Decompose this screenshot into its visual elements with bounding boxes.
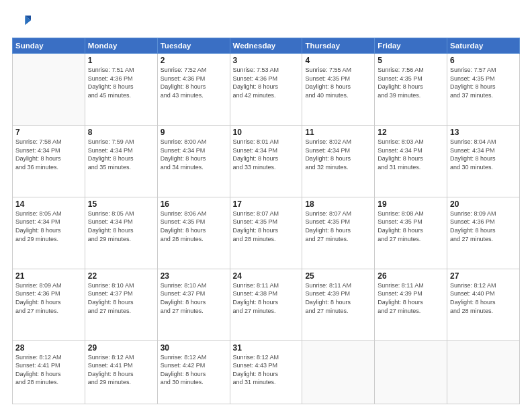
calendar-cell: 24Sunrise: 8:11 AM Sunset: 4:38 PM Dayli… (230, 269, 302, 340)
calendar-cell: 4Sunrise: 7:55 AM Sunset: 4:35 PM Daylig… (302, 54, 375, 126)
day-info: Sunrise: 8:12 AM Sunset: 4:43 PM Dayligh… (233, 353, 300, 387)
day-number: 20 (450, 199, 517, 209)
calendar-cell: 1Sunrise: 7:51 AM Sunset: 4:36 PM Daylig… (85, 54, 157, 126)
day-info: Sunrise: 7:52 AM Sunset: 4:36 PM Dayligh… (161, 66, 227, 99)
day-info: Sunrise: 8:05 AM Sunset: 4:34 PM Dayligh… (88, 210, 154, 243)
day-info: Sunrise: 8:09 AM Sunset: 4:36 PM Dayligh… (15, 281, 82, 315)
day-number: 9 (161, 128, 227, 137)
calendar-cell: 31Sunrise: 8:12 AM Sunset: 4:43 PM Dayli… (230, 340, 302, 404)
calendar-cell: 27Sunrise: 8:12 AM Sunset: 4:40 PM Dayli… (447, 269, 520, 340)
day-info: Sunrise: 8:12 AM Sunset: 4:41 PM Dayligh… (15, 353, 82, 387)
day-info: Sunrise: 8:12 AM Sunset: 4:42 PM Dayligh… (161, 353, 227, 387)
day-number: 15 (88, 199, 154, 209)
day-number: 30 (161, 343, 227, 353)
day-number: 8 (88, 128, 154, 137)
day-info: Sunrise: 8:05 AM Sunset: 4:34 PM Dayligh… (15, 210, 82, 243)
day-number: 18 (305, 199, 371, 209)
day-number: 5 (378, 56, 444, 65)
day-info: Sunrise: 8:07 AM Sunset: 4:35 PM Dayligh… (305, 210, 371, 243)
calendar-cell: 2Sunrise: 7:52 AM Sunset: 4:36 PM Daylig… (157, 54, 230, 126)
day-number: 24 (233, 271, 300, 281)
calendar-cell: 14Sunrise: 8:05 AM Sunset: 4:34 PM Dayli… (13, 197, 85, 269)
calendar-cell: 15Sunrise: 8:05 AM Sunset: 4:34 PM Dayli… (85, 197, 157, 269)
header (12, 12, 520, 31)
calendar-week-5: 28Sunrise: 8:12 AM Sunset: 4:41 PM Dayli… (13, 340, 520, 404)
day-info: Sunrise: 8:07 AM Sunset: 4:35 PM Dayligh… (233, 210, 300, 243)
day-info: Sunrise: 7:59 AM Sunset: 4:34 PM Dayligh… (88, 138, 154, 171)
day-number: 7 (15, 128, 82, 137)
calendar-cell: 26Sunrise: 8:11 AM Sunset: 4:39 PM Dayli… (375, 269, 447, 340)
calendar-cell: 23Sunrise: 8:10 AM Sunset: 4:37 PM Dayli… (157, 269, 230, 340)
day-number: 17 (233, 199, 300, 209)
calendar-cell: 12Sunrise: 8:03 AM Sunset: 4:34 PM Dayli… (375, 125, 447, 197)
day-number: 2 (161, 56, 227, 65)
day-info: Sunrise: 7:56 AM Sunset: 4:35 PM Dayligh… (378, 66, 444, 99)
calendar-week-1: 1Sunrise: 7:51 AM Sunset: 4:36 PM Daylig… (13, 54, 520, 126)
calendar-cell: 20Sunrise: 8:09 AM Sunset: 4:36 PM Dayli… (447, 197, 520, 269)
calendar-cell (302, 340, 375, 404)
day-info: Sunrise: 8:08 AM Sunset: 4:35 PM Dayligh… (378, 210, 444, 243)
day-info: Sunrise: 8:11 AM Sunset: 4:39 PM Dayligh… (378, 281, 444, 315)
calendar-cell: 22Sunrise: 8:10 AM Sunset: 4:37 PM Dayli… (85, 269, 157, 340)
day-info: Sunrise: 7:57 AM Sunset: 4:35 PM Dayligh… (450, 66, 517, 99)
page-container: SundayMondayTuesdayWednesdayThursdayFrid… (0, 0, 532, 411)
day-info: Sunrise: 8:01 AM Sunset: 4:34 PM Dayligh… (233, 138, 300, 171)
calendar-week-2: 7Sunrise: 7:58 AM Sunset: 4:34 PM Daylig… (13, 125, 520, 197)
calendar-cell (447, 340, 520, 404)
day-number: 23 (161, 271, 227, 281)
weekday-header-thursday: Thursday (302, 38, 375, 54)
calendar-cell (13, 54, 85, 126)
calendar-cell: 3Sunrise: 7:53 AM Sunset: 4:36 PM Daylig… (230, 54, 302, 126)
calendar-cell: 5Sunrise: 7:56 AM Sunset: 4:35 PM Daylig… (375, 54, 447, 126)
weekday-header-sunday: Sunday (13, 38, 85, 54)
calendar-cell: 6Sunrise: 7:57 AM Sunset: 4:35 PM Daylig… (447, 54, 520, 126)
calendar-cell: 30Sunrise: 8:12 AM Sunset: 4:42 PM Dayli… (157, 340, 230, 404)
calendar-cell: 10Sunrise: 8:01 AM Sunset: 4:34 PM Dayli… (230, 125, 302, 197)
calendar-cell: 18Sunrise: 8:07 AM Sunset: 4:35 PM Dayli… (302, 197, 375, 269)
calendar-cell: 28Sunrise: 8:12 AM Sunset: 4:41 PM Dayli… (13, 340, 85, 404)
day-number: 28 (15, 343, 82, 353)
day-number: 3 (233, 56, 300, 65)
day-number: 6 (450, 56, 517, 65)
calendar-cell: 17Sunrise: 8:07 AM Sunset: 4:35 PM Dayli… (230, 197, 302, 269)
weekday-header-saturday: Saturday (447, 38, 520, 54)
day-number: 25 (305, 271, 371, 281)
calendar-cell: 16Sunrise: 8:06 AM Sunset: 4:35 PM Dayli… (157, 197, 230, 269)
day-number: 29 (88, 343, 154, 353)
day-info: Sunrise: 8:03 AM Sunset: 4:34 PM Dayligh… (378, 138, 444, 171)
calendar-cell: 29Sunrise: 8:12 AM Sunset: 4:41 PM Dayli… (85, 340, 157, 404)
day-number: 19 (378, 199, 444, 209)
calendar-cell: 9Sunrise: 8:00 AM Sunset: 4:34 PM Daylig… (157, 125, 230, 197)
weekday-header-friday: Friday (375, 38, 447, 54)
calendar-week-3: 14Sunrise: 8:05 AM Sunset: 4:34 PM Dayli… (13, 197, 520, 269)
day-info: Sunrise: 7:58 AM Sunset: 4:34 PM Dayligh… (15, 138, 82, 171)
weekday-header-monday: Monday (85, 38, 157, 54)
calendar-cell: 11Sunrise: 8:02 AM Sunset: 4:34 PM Dayli… (302, 125, 375, 197)
calendar-cell (375, 340, 447, 404)
logo-icon (12, 12, 31, 31)
day-info: Sunrise: 7:51 AM Sunset: 4:36 PM Dayligh… (88, 66, 154, 99)
day-info: Sunrise: 8:02 AM Sunset: 4:34 PM Dayligh… (305, 138, 371, 171)
day-info: Sunrise: 8:12 AM Sunset: 4:40 PM Dayligh… (450, 281, 517, 315)
day-number: 4 (305, 56, 371, 65)
day-number: 31 (233, 343, 300, 353)
logo (12, 12, 32, 31)
calendar-table: SundayMondayTuesdayWednesdayThursdayFrid… (12, 38, 520, 404)
day-info: Sunrise: 8:12 AM Sunset: 4:41 PM Dayligh… (88, 353, 154, 387)
calendar-cell: 19Sunrise: 8:08 AM Sunset: 4:35 PM Dayli… (375, 197, 447, 269)
calendar-cell: 13Sunrise: 8:04 AM Sunset: 4:34 PM Dayli… (447, 125, 520, 197)
day-number: 13 (450, 128, 517, 137)
day-info: Sunrise: 8:06 AM Sunset: 4:35 PM Dayligh… (161, 210, 227, 243)
day-info: Sunrise: 8:10 AM Sunset: 4:37 PM Dayligh… (88, 281, 154, 315)
weekday-header-tuesday: Tuesday (157, 38, 230, 54)
day-info: Sunrise: 8:09 AM Sunset: 4:36 PM Dayligh… (450, 210, 517, 243)
day-info: Sunrise: 8:11 AM Sunset: 4:39 PM Dayligh… (305, 281, 371, 315)
day-number: 10 (233, 128, 300, 137)
calendar-cell: 25Sunrise: 8:11 AM Sunset: 4:39 PM Dayli… (302, 269, 375, 340)
day-info: Sunrise: 8:04 AM Sunset: 4:34 PM Dayligh… (450, 138, 517, 171)
calendar-cell: 21Sunrise: 8:09 AM Sunset: 4:36 PM Dayli… (13, 269, 85, 340)
weekday-header-row: SundayMondayTuesdayWednesdayThursdayFrid… (13, 38, 520, 54)
day-info: Sunrise: 7:55 AM Sunset: 4:35 PM Dayligh… (305, 66, 371, 99)
day-number: 1 (88, 56, 154, 65)
day-number: 14 (15, 199, 82, 209)
